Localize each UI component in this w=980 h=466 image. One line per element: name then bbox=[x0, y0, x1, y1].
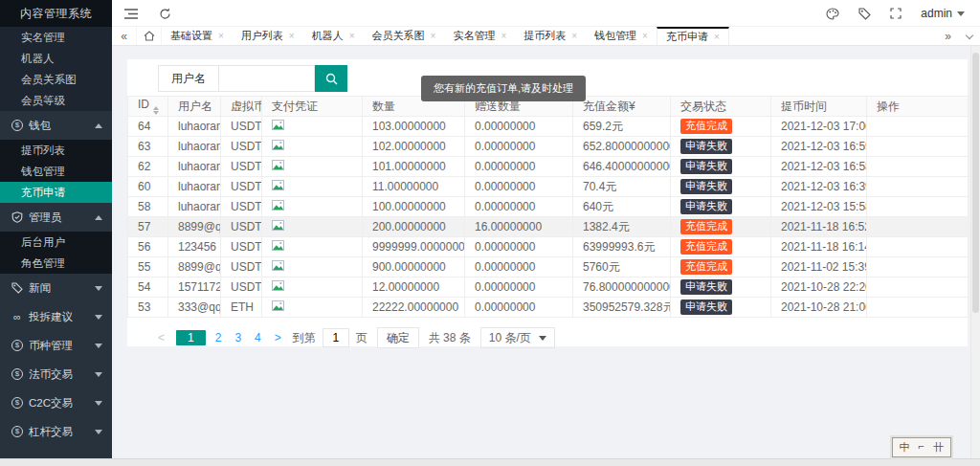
search-input[interactable] bbox=[219, 65, 315, 92]
close-icon[interactable]: × bbox=[571, 31, 577, 41]
tab[interactable]: 提币列表× bbox=[515, 27, 586, 45]
payment-proof-image-icon[interactable] bbox=[272, 260, 284, 271]
cell-amount: 5760元 bbox=[573, 257, 671, 277]
cell-payment-proof bbox=[262, 257, 363, 277]
tab[interactable]: 用户列表× bbox=[233, 27, 303, 45]
page-size-select[interactable]: 10 条/页 bbox=[480, 327, 555, 348]
sidebar-item[interactable]: 钱包管理 bbox=[0, 161, 112, 182]
sidebar-group[interactable]: $杠杆交易 bbox=[0, 417, 112, 446]
fullscreen-icon[interactable] bbox=[890, 8, 902, 19]
page-prev-button[interactable]: < bbox=[158, 331, 165, 344]
sidebar-group[interactable]: 管理员 bbox=[0, 203, 112, 232]
cell-quantity: 9999999.00000000 bbox=[363, 237, 465, 257]
admin-dropdown[interactable]: admin bbox=[921, 7, 965, 20]
sidebar-group[interactable]: $钱包 bbox=[0, 111, 112, 140]
tab-label: 充币申请 bbox=[666, 30, 708, 44]
cell-gift: 0.00000000 bbox=[465, 137, 573, 157]
table-row: 55 8899@q... USDT 900.00000000 0.0000000… bbox=[128, 257, 969, 277]
cell-payment-proof bbox=[262, 298, 363, 318]
theme-palette-icon[interactable] bbox=[826, 8, 839, 20]
sort-icon[interactable] bbox=[153, 106, 159, 115]
close-icon[interactable]: × bbox=[642, 31, 648, 41]
tab[interactable]: 基础设置× bbox=[162, 27, 233, 45]
sidebar-item[interactable]: 实名管理 bbox=[0, 27, 112, 48]
cell-payment-proof bbox=[262, 197, 363, 217]
close-icon[interactable]: × bbox=[501, 31, 506, 41]
payment-proof-image-icon[interactable] bbox=[272, 120, 284, 130]
tab[interactable]: 机器人× bbox=[303, 27, 364, 45]
tabs-scroll-left-button[interactable]: « bbox=[112, 27, 137, 45]
sidebar-item[interactable]: 机器人 bbox=[0, 48, 112, 69]
payment-proof-image-icon[interactable] bbox=[272, 200, 284, 211]
sidebar-group[interactable]: ∞投拆建议 bbox=[0, 302, 112, 331]
tag-icon[interactable] bbox=[858, 8, 871, 20]
cell-gift: 0.00000000 bbox=[465, 197, 573, 217]
cell-quantity: 102.00000000 bbox=[363, 137, 465, 157]
sidebar-item[interactable]: 提币列表 bbox=[0, 140, 112, 161]
ime-toolbar[interactable]: 中⌐卄 bbox=[892, 437, 951, 457]
sidebar-group[interactable]: 新闻 bbox=[0, 274, 112, 302]
ime-button[interactable]: 中 bbox=[900, 440, 910, 455]
sidebar-item[interactable]: 会员等级 bbox=[0, 90, 112, 111]
status-badge: 充值完成 bbox=[680, 119, 732, 134]
search-button[interactable] bbox=[315, 65, 347, 92]
tab[interactable]: 充币申请× bbox=[657, 27, 729, 45]
table-row: 60 luhaoran... USDT 11.00000000 0.000000… bbox=[128, 177, 969, 197]
payment-proof-image-icon[interactable] bbox=[272, 300, 284, 311]
close-icon[interactable]: × bbox=[714, 32, 720, 42]
tab[interactable]: 实名管理× bbox=[444, 27, 515, 45]
payment-proof-image-icon[interactable] bbox=[272, 180, 284, 190]
status-badge: 充值完成 bbox=[680, 259, 732, 275]
close-icon[interactable]: × bbox=[431, 31, 436, 41]
goto-page-input[interactable] bbox=[323, 328, 349, 347]
status-badge: 充值完成 bbox=[680, 239, 732, 255]
refresh-icon[interactable] bbox=[159, 8, 171, 20]
page-number-button[interactable]: 1 bbox=[176, 330, 206, 345]
cell-status: 申请失败 bbox=[671, 157, 771, 177]
sidebar-group[interactable]: $C2C交易 bbox=[0, 388, 112, 417]
page-number-button[interactable]: 3 bbox=[234, 331, 241, 344]
vertical-scrollbar[interactable] bbox=[970, 46, 980, 466]
chevron-down-icon bbox=[95, 286, 102, 291]
close-icon[interactable]: × bbox=[289, 31, 295, 41]
sidebar-group[interactable]: $法币交易 bbox=[0, 360, 112, 388]
goto-confirm-button[interactable]: 确定 bbox=[377, 327, 419, 348]
cell-quantity: 900.00000000 bbox=[363, 257, 465, 277]
sidebar-item[interactable]: 角色管理 bbox=[0, 253, 112, 274]
page-size-value: 10 条/页 bbox=[489, 330, 531, 346]
tab[interactable]: 钱包管理× bbox=[586, 27, 657, 45]
cell-status: 申请失败 bbox=[671, 177, 771, 197]
tag-icon bbox=[11, 282, 23, 294]
goto-label: 到第 bbox=[293, 330, 316, 346]
ime-button[interactable]: ⌐ bbox=[919, 440, 924, 455]
page-number-button[interactable]: 2 bbox=[215, 331, 222, 344]
page-number-button[interactable]: 4 bbox=[255, 331, 261, 344]
sidebar-item[interactable]: 充币申请 bbox=[0, 182, 112, 203]
close-icon[interactable]: × bbox=[218, 31, 224, 41]
payment-proof-image-icon[interactable] bbox=[272, 160, 284, 170]
payment-proof-image-icon[interactable] bbox=[272, 240, 284, 251]
home-icon[interactable] bbox=[137, 27, 162, 45]
sidebar-item[interactable]: 后台用户 bbox=[0, 232, 112, 253]
payment-proof-image-icon[interactable] bbox=[272, 220, 284, 231]
cell-status: 申请失败 bbox=[671, 298, 771, 318]
ime-button[interactable]: 卄 bbox=[933, 440, 944, 455]
tab[interactable]: 会员关系图× bbox=[364, 27, 445, 45]
status-badge: 申请失败 bbox=[680, 199, 732, 214]
cell-quantity: 103.00000000 bbox=[363, 117, 465, 137]
cell-actions bbox=[867, 177, 969, 197]
collapse-menu-icon[interactable] bbox=[124, 9, 138, 19]
shield-check-icon bbox=[11, 211, 23, 223]
tab-options-chevron-icon[interactable] bbox=[966, 31, 973, 38]
page-next-button[interactable]: > bbox=[275, 331, 281, 344]
tabs-scroll-right-button[interactable]: » bbox=[945, 30, 951, 43]
sidebar-group[interactable]: $币种管理 bbox=[0, 331, 112, 360]
payment-proof-image-icon[interactable] bbox=[272, 140, 284, 150]
cell-id: 58 bbox=[128, 197, 168, 217]
cell-gift: 0.00000000 bbox=[465, 177, 573, 197]
close-icon[interactable]: × bbox=[349, 31, 355, 41]
horizontal-scrollbar[interactable] bbox=[0, 458, 980, 466]
vertical-scrollbar-thumb[interactable] bbox=[972, 53, 979, 313]
payment-proof-image-icon[interactable] bbox=[272, 280, 284, 291]
sidebar-item[interactable]: 会员关系图 bbox=[0, 69, 112, 90]
